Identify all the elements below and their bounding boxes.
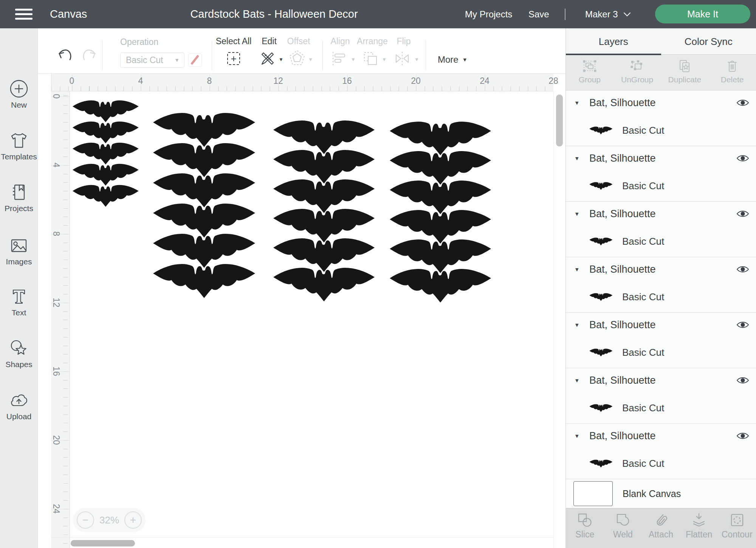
bat-shape[interactable] [153, 262, 256, 298]
toolbar-separator [212, 41, 212, 70]
sublayer-row[interactable]: Basic Cut [566, 281, 756, 312]
visibility-eye-icon[interactable] [736, 154, 749, 162]
flatten-icon [691, 512, 707, 528]
edit-tools-icon[interactable] [259, 50, 276, 67]
slice-button[interactable]: Slice [566, 508, 604, 548]
collapse-arrow-icon[interactable]: ▾ [575, 99, 589, 107]
layer-row[interactable]: ▾ Bat, Silhouette [566, 424, 756, 448]
vertical-scrollbar[interactable] [556, 94, 563, 147]
ruler-label: 24 [49, 501, 64, 516]
horizontal-ruler: 0481216202428 [51, 74, 553, 91]
visibility-eye-icon[interactable] [736, 432, 749, 440]
more-label: More [438, 54, 459, 65]
zoom-in-button[interactable]: + [124, 511, 142, 529]
ruler-label: 20 [408, 76, 423, 86]
blank-canvas-row[interactable]: Blank Canvas [566, 479, 756, 508]
canvas-menu-label[interactable]: Canvas [50, 0, 87, 28]
make-it-button[interactable]: Make It [655, 5, 750, 23]
save-link[interactable]: Save [528, 0, 549, 28]
sidebar-item-shapes[interactable]: Shapes [0, 338, 38, 369]
redo-icon[interactable] [81, 48, 98, 64]
visibility-eye-icon[interactable] [736, 210, 749, 218]
sublayer-row[interactable]: Basic Cut [566, 115, 756, 146]
sublayer-row[interactable]: Basic Cut [566, 448, 756, 479]
tshirt-icon [9, 131, 29, 150]
topbar-divider [565, 9, 565, 20]
layer-group: ▾ Bat, Silhouette Basic Cut [566, 91, 756, 146]
select-all-button[interactable]: + [227, 52, 240, 65]
ruler-label: 8 [49, 226, 64, 241]
layer-row[interactable]: ▾ Bat, Silhouette [566, 202, 756, 226]
my-projects-link[interactable]: My Projects [465, 0, 512, 28]
tab-layers[interactable]: Layers [566, 28, 661, 55]
bat-shape[interactable] [73, 120, 139, 144]
visibility-eye-icon[interactable] [736, 99, 749, 107]
menu-hamburger-icon[interactable] [15, 9, 33, 20]
bat-shape[interactable] [273, 266, 375, 302]
sublayer-row[interactable]: Basic Cut [566, 392, 756, 423]
sublayer-row[interactable]: Basic Cut [566, 337, 756, 368]
undo-icon[interactable] [56, 48, 73, 64]
sidebar-item-templates[interactable]: Templates [0, 131, 38, 161]
visibility-eye-icon[interactable] [736, 376, 749, 384]
bat-shape[interactable] [73, 184, 139, 207]
delete-button[interactable]: Delete [708, 55, 756, 90]
bat-shape[interactable] [73, 162, 139, 186]
group-button[interactable]: Group [566, 55, 613, 90]
trash-icon [725, 59, 739, 73]
collapse-arrow-icon[interactable]: ▾ [575, 154, 589, 162]
zoom-out-button[interactable]: − [77, 511, 94, 529]
machine-selector[interactable]: Maker 3 [585, 0, 631, 28]
tab-color-sync[interactable]: Color Sync [661, 28, 756, 55]
layer-name: Bat, Silhouette [589, 430, 656, 442]
circle-star-icon [9, 338, 29, 358]
bat-shape[interactable] [390, 267, 492, 303]
sublayer-row[interactable]: Basic Cut [566, 170, 756, 201]
sublayer-row[interactable]: Basic Cut [566, 226, 756, 257]
align-caret-icon: ▼ [351, 57, 356, 62]
layer-row[interactable]: ▾ Bat, Silhouette [566, 257, 756, 281]
sidebar-item-images[interactable]: Images [0, 236, 38, 266]
more-button[interactable]: More ▼ [438, 52, 468, 67]
more-caret-icon: ▼ [462, 57, 468, 63]
ruler-label: 24 [477, 76, 492, 86]
contour-button[interactable]: Contour [718, 508, 756, 548]
layer-row[interactable]: ▾ Bat, Silhouette [566, 313, 756, 337]
collapse-arrow-icon[interactable]: ▾ [575, 266, 589, 273]
visibility-eye-icon[interactable] [736, 265, 749, 273]
collapse-arrow-icon[interactable]: ▾ [575, 377, 589, 384]
layer-row[interactable]: ▾ Bat, Silhouette [566, 91, 756, 115]
ruler-label: 28 [546, 76, 561, 86]
group-label: Group [566, 75, 613, 84]
layer-row[interactable]: ▾ Bat, Silhouette [566, 146, 756, 170]
flatten-button[interactable]: Flatten [680, 508, 718, 548]
bat-shape[interactable] [73, 141, 139, 165]
attach-button[interactable]: Attach [642, 508, 680, 548]
operation-dropdown[interactable]: Basic Cut ▼ [120, 52, 184, 68]
sidebar-item-upload[interactable]: Upload [0, 391, 38, 421]
toolbar-separator [102, 41, 102, 70]
ungroup-button[interactable]: UnGroup [613, 55, 661, 90]
sidebar-item-projects[interactable]: Projects [0, 182, 38, 213]
operation-label: Basic Cut [622, 291, 664, 303]
select-all-label: Select All [215, 36, 253, 46]
visibility-eye-icon[interactable] [736, 321, 749, 329]
duplicate-button[interactable]: Duplicate [661, 55, 709, 90]
sidebar-item-new[interactable]: New [0, 79, 38, 110]
sidebar-item-text[interactable]: Text [0, 287, 38, 317]
collapse-arrow-icon[interactable]: ▾ [575, 210, 589, 218]
layer-row[interactable]: ▾ Bat, Silhouette [566, 368, 756, 392]
top-bar: Canvas Cardstock Bats - Halloween Decor … [0, 0, 756, 28]
weld-button[interactable]: Weld [604, 508, 642, 548]
sidebar-item-label: Shapes [0, 360, 38, 369]
design-canvas[interactable] [70, 91, 553, 548]
toolbar-separator [426, 41, 426, 70]
edit-caret-icon[interactable]: ▼ [279, 57, 284, 62]
sidebar-item-label: Upload [0, 412, 38, 421]
collapse-arrow-icon[interactable]: ▾ [575, 432, 589, 440]
horizontal-scrollbar[interactable] [71, 540, 135, 546]
collapse-arrow-icon[interactable]: ▾ [575, 321, 589, 329]
color-swatch-none[interactable] [188, 53, 202, 67]
bat-shape[interactable] [73, 99, 139, 122]
image-icon [9, 236, 29, 255]
